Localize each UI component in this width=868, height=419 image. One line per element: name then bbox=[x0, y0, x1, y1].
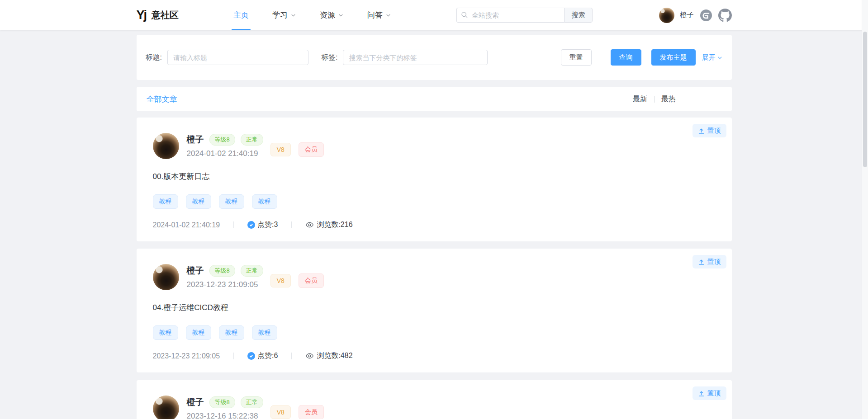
sort-newest-link[interactable]: 最新 bbox=[633, 94, 647, 104]
publish-topic-button[interactable]: 发布主题 bbox=[651, 49, 696, 66]
user-avatar[interactable] bbox=[659, 8, 674, 23]
nav-item-label: 学习 bbox=[272, 10, 288, 20]
chevron-down-icon bbox=[290, 12, 296, 18]
post-datetime: 2023-12-23 21:09:05 bbox=[187, 280, 263, 289]
views-count: 浏览数:216 bbox=[305, 220, 352, 230]
status-badge: 正常 bbox=[241, 265, 263, 277]
author-avatar[interactable] bbox=[153, 133, 179, 159]
tag[interactable]: 教程 bbox=[153, 194, 178, 209]
query-button[interactable]: 查询 bbox=[611, 49, 641, 66]
site-title: 意社区 bbox=[152, 9, 179, 21]
post-card: 置顶 橙子 等级8 正常 2024-01-02 21:40:19 V8 会员 0… bbox=[137, 118, 732, 241]
post-author-block: 橙子 等级8 正常 2023-12-16 15:22:38 V8 会员 bbox=[137, 380, 732, 419]
search-input[interactable] bbox=[456, 8, 564, 23]
sort-hottest-link[interactable]: 最热 bbox=[661, 94, 676, 104]
post-title[interactable]: 00.版本更新日志 bbox=[137, 171, 732, 182]
scrollbar[interactable] bbox=[862, 0, 868, 419]
footer-datetime: 2023-12-23 21:09:05 bbox=[153, 352, 220, 360]
pin-up-icon bbox=[698, 259, 705, 265]
author-avatar[interactable] bbox=[153, 395, 179, 419]
expand-label: 展开 bbox=[702, 53, 716, 62]
likes-count: 点赞:3 bbox=[247, 220, 278, 230]
author-name[interactable]: 橙子 bbox=[187, 134, 204, 146]
footer-divider bbox=[233, 221, 234, 228]
top-navigation-bar: Yj 意社区 主页 学习 资源 问答 搜索 bbox=[0, 0, 868, 30]
sort-controls: 最新 最热 bbox=[633, 94, 723, 104]
post-author-block: 橙子 等级8 正常 2024-01-02 21:40:19 V8 会员 bbox=[137, 118, 732, 159]
post-footer: 2024-01-02 21:40:19 点赞:3 浏览数:216 bbox=[137, 220, 732, 230]
post-datetime: 2023-12-16 15:22:38 bbox=[187, 412, 263, 419]
pin-top-button[interactable]: 置顶 bbox=[693, 255, 726, 268]
title-filter-input[interactable] bbox=[167, 50, 308, 65]
tag[interactable]: 教程 bbox=[252, 325, 277, 340]
header-username: 橙子 bbox=[680, 11, 694, 19]
tag[interactable]: 教程 bbox=[219, 194, 244, 209]
member-badge: 会员 bbox=[299, 142, 324, 157]
pin-label: 置顶 bbox=[707, 258, 721, 266]
post-datetime: 2024-01-02 21:40:19 bbox=[187, 149, 263, 158]
author-avatar[interactable] bbox=[153, 264, 179, 290]
views-label: 浏览数:482 bbox=[317, 351, 352, 361]
post-tags: 教程 教程 教程 教程 bbox=[137, 194, 732, 209]
post-tags: 教程 教程 教程 教程 bbox=[137, 325, 732, 340]
likes-label: 点赞:3 bbox=[257, 220, 278, 230]
tag[interactable]: 教程 bbox=[186, 325, 211, 340]
vip-badge: V8 bbox=[270, 274, 291, 287]
eye-icon bbox=[305, 221, 314, 229]
pin-label: 置顶 bbox=[707, 389, 721, 398]
list-header-bar: 全部文章 最新 最热 bbox=[137, 87, 732, 111]
footer-datetime: 2024-01-02 21:40:19 bbox=[153, 221, 220, 229]
filter-actions: 重置 查询 发布主题 展开 bbox=[561, 49, 723, 66]
title-filter-label: 标题: bbox=[146, 53, 162, 62]
search-button[interactable]: 搜索 bbox=[564, 8, 593, 23]
sort-divider bbox=[654, 96, 655, 103]
nav-item-label: 主页 bbox=[233, 10, 249, 20]
nav-item-label: 问答 bbox=[367, 10, 383, 20]
author-name[interactable]: 橙子 bbox=[187, 265, 204, 277]
member-badge: 会员 bbox=[299, 405, 324, 419]
site-logo[interactable]: Yj 意社区 bbox=[137, 9, 179, 21]
nav-item-home[interactable]: 主页 bbox=[222, 0, 261, 30]
like-check-icon bbox=[247, 221, 255, 229]
search-icon bbox=[461, 11, 468, 19]
all-articles-link[interactable]: 全部文章 bbox=[147, 94, 177, 104]
logo-mark-icon: Yj bbox=[137, 9, 147, 21]
views-count: 浏览数:482 bbox=[305, 351, 352, 361]
user-area: 橙子 bbox=[659, 8, 732, 23]
tag-filter-input[interactable] bbox=[343, 50, 488, 65]
pin-up-icon bbox=[698, 390, 705, 397]
tag[interactable]: 教程 bbox=[252, 194, 277, 209]
nav-item-label: 资源 bbox=[320, 10, 335, 20]
pin-top-button[interactable]: 置顶 bbox=[693, 386, 726, 400]
pin-up-icon bbox=[698, 127, 705, 134]
footer-divider bbox=[233, 353, 234, 359]
likes-label: 点赞:6 bbox=[257, 351, 278, 361]
scrollbar-thumb[interactable] bbox=[863, 32, 867, 167]
vip-badge: V8 bbox=[270, 143, 291, 156]
gitee-icon[interactable] bbox=[700, 9, 712, 22]
nav-item-qa[interactable]: 问答 bbox=[356, 0, 403, 30]
tag[interactable]: 教程 bbox=[153, 325, 178, 340]
nav-item-resources[interactable]: 资源 bbox=[308, 0, 356, 30]
likes-count: 点赞:6 bbox=[247, 351, 278, 361]
tag-filter-label: 标签: bbox=[321, 53, 337, 62]
author-name[interactable]: 橙子 bbox=[187, 396, 204, 408]
footer-divider bbox=[291, 221, 292, 228]
level-badge: 等级8 bbox=[209, 134, 235, 146]
main-nav: 主页 学习 资源 问答 bbox=[222, 0, 403, 30]
post-card: 置顶 橙子 等级8 正常 2023-12-16 15:22:38 V8 会员 bbox=[137, 380, 732, 419]
footer-divider bbox=[291, 353, 292, 359]
reset-button[interactable]: 重置 bbox=[561, 49, 592, 66]
status-badge: 正常 bbox=[241, 396, 263, 408]
post-footer: 2023-12-23 21:09:05 点赞:6 浏览数:482 bbox=[137, 351, 732, 361]
level-badge: 等级8 bbox=[209, 265, 235, 277]
tag[interactable]: 教程 bbox=[186, 194, 211, 209]
post-title[interactable]: 04.橙子运维CICD教程 bbox=[137, 302, 732, 313]
expand-toggle[interactable]: 展开 bbox=[702, 53, 723, 62]
nav-item-learn[interactable]: 学习 bbox=[261, 0, 308, 30]
pin-top-button[interactable]: 置顶 bbox=[693, 124, 726, 137]
post-author-block: 橙子 等级8 正常 2023-12-23 21:09:05 V8 会员 bbox=[137, 249, 732, 290]
site-search: 搜索 bbox=[456, 8, 593, 23]
tag[interactable]: 教程 bbox=[219, 325, 244, 340]
github-icon[interactable] bbox=[718, 9, 732, 22]
